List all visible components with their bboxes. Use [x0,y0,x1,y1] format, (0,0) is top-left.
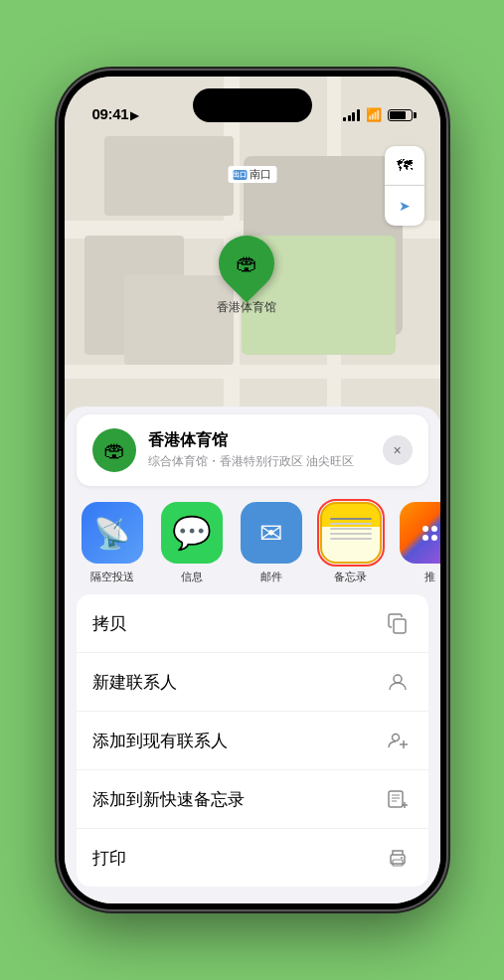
venue-header: 🏟 香港体育馆 综合体育馆・香港特别行政区 油尖旺区 × [77,414,428,486]
action-add-existing[interactable]: 添加到现有联系人 [77,712,428,770]
venue-name: 香港体育馆 [148,430,371,451]
airdrop-icon: 📡 [82,502,143,564]
signal-icon [343,109,360,121]
bottom-sheet: 🏟 香港体育馆 综合体育馆・香港特别行政区 油尖旺区 × 📡 隔空投送 [65,407,440,903]
dots-row [422,526,437,532]
svg-point-2 [392,735,399,741]
pin-icon: 🏟 [236,250,257,276]
action-add-notes[interactable]: 添加到新快速备忘录 [77,770,428,829]
action-copy[interactable]: 拷贝 [77,594,428,653]
map-exit-label: 出口 南口 [228,166,276,183]
map-controls: 🗺 ➤ [385,146,424,226]
print-icon [383,843,413,873]
svg-rect-6 [389,791,403,807]
share-item-mail[interactable]: ✉ 邮件 [236,502,307,584]
share-item-more[interactable]: 推 [395,502,440,584]
mail-label: 邮件 [260,570,282,584]
svg-rect-0 [394,619,406,633]
notes-label: 备忘录 [334,570,367,584]
share-item-notes[interactable]: 备忘录 [315,502,387,584]
airdrop-label: 隔空投送 [90,570,134,584]
location-arrow: ▶ [130,109,138,121]
wifi-icon: 📶 [366,107,382,122]
venue-info: 香港体育馆 综合体育馆・香港特别行政区 油尖旺区 [148,430,371,470]
location-button[interactable]: ➤ [385,186,424,226]
dynamic-island [193,88,312,122]
add-notes-label: 添加到新快速备忘录 [92,788,245,811]
close-button[interactable]: × [383,435,413,465]
action-list: 拷贝 新建联系人 [77,594,428,887]
action-new-contact[interactable]: 新建联系人 [77,653,428,712]
venue-icon: 🏟 [92,428,136,472]
venue-subtitle: 综合体育馆・香港特别行政区 油尖旺区 [148,453,371,470]
svg-rect-13 [393,860,403,866]
share-row: 📡 隔空投送 💬 信息 ✉ 邮件 [65,494,440,584]
status-icons: 📶 [343,107,413,122]
notes-icon [320,502,382,564]
new-contact-icon [383,667,413,697]
copy-icon [383,608,413,638]
pin-marker: 🏟 [207,224,285,302]
exit-name: 南口 [250,167,271,182]
location-icon: ➤ [399,198,411,214]
dots-row2 [422,535,437,541]
messages-icon: 💬 [161,502,223,564]
messages-label: 信息 [181,570,203,584]
share-item-messages[interactable]: 💬 信息 [156,502,228,584]
battery-icon [388,109,413,121]
map-type-icon: 🗺 [397,157,413,175]
more-icon [400,502,440,564]
svg-point-1 [394,675,402,683]
map-type-button[interactable]: 🗺 [385,146,424,186]
notes-lines-icon [322,512,380,544]
add-existing-label: 添加到现有联系人 [92,730,228,752]
status-time: 09:41▶ [92,105,139,122]
share-item-airdrop[interactable]: 📡 隔空投送 [77,502,148,584]
map-building [104,136,234,216]
add-notes-icon [383,784,413,814]
print-label: 打印 [92,847,126,870]
add-existing-icon [383,726,413,755]
stadium-pin[interactable]: 🏟 香港体育馆 [217,236,276,316]
new-contact-label: 新建联系人 [92,671,177,694]
more-label: 推 [424,570,435,584]
mail-icon: ✉ [241,502,302,564]
map-road [65,365,440,379]
exit-icon: 出口 [233,170,247,180]
action-print[interactable]: 打印 [77,829,428,887]
copy-label: 拷贝 [92,612,126,635]
svg-point-14 [401,857,403,859]
time-display: 09:41 [92,105,129,122]
